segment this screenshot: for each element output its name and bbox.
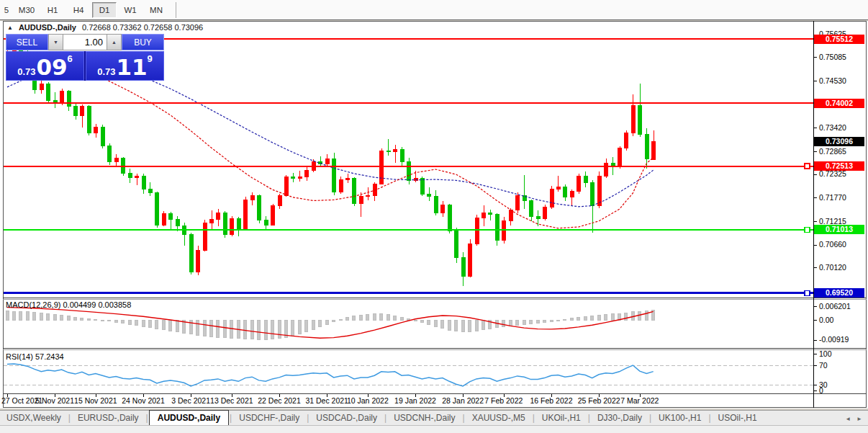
chart-tab-audusd-daily[interactable]: AUDUSD-,Daily [149, 410, 229, 425]
rsi-axis-label: 100 [819, 349, 832, 358]
status-bar [0, 425, 868, 433]
candle-body [591, 183, 595, 206]
price-axis-tick-label: 0.75085 [819, 53, 846, 61]
macd-histogram-bar [359, 315, 362, 320]
mt4-window: 5M30H1H4D1W1MN MACD(12,26,9) 0.004499 0.… [0, 0, 868, 433]
buy-button[interactable]: BUY [122, 34, 164, 50]
date-axis-label: 16 Feb 2022 [530, 396, 573, 405]
chart-tab-usoil-h1[interactable]: USOil-,H1 [712, 411, 764, 425]
macd-histogram-bar [333, 320, 335, 321]
candle-body [597, 176, 601, 205]
macd-histogram-bar [19, 311, 22, 320]
candle-body [230, 218, 234, 234]
candle-body [495, 214, 499, 240]
chart-tab-usdcad-daily[interactable]: USDCAD-,Daily [309, 411, 384, 425]
candle-body [530, 201, 533, 217]
macd-histogram-bar [94, 319, 97, 320]
period-button-W1[interactable]: W1 [118, 2, 143, 18]
macd-histogram-bar [414, 320, 417, 321]
buy-price-big: 11 [116, 56, 147, 78]
chart-tab-uk100-h1[interactable]: UK100-,H1 [652, 411, 707, 425]
sell-price-display[interactable]: 0.73096 [6, 51, 84, 81]
macd-histogram-bar [291, 320, 294, 336]
chart-tab-ukoil-h1[interactable]: UKOil-,H1 [535, 411, 587, 425]
sell-button[interactable]: SELL [6, 34, 48, 50]
macd-histogram-bar [47, 313, 50, 320]
macd-histogram-bar [353, 316, 356, 320]
macd-histogram-bar [87, 319, 90, 321]
candle-body [291, 177, 295, 179]
rsi-label: RSI(14) 57.2434 [6, 352, 64, 361]
macd-histogram-bar [373, 314, 376, 320]
period-button-MN[interactable]: MN [144, 2, 168, 18]
tab-scroll-left-icon[interactable]: ◄ [845, 416, 851, 422]
volume-increase-button[interactable]: ▲ [107, 34, 122, 50]
macd-histogram-bar [380, 314, 383, 320]
period-button-H1[interactable]: H1 [40, 2, 65, 18]
macd-histogram-bar [26, 312, 29, 320]
price-axis-tick-label: 0.74530 [819, 76, 846, 85]
hline-handle-0.72513[interactable] [805, 164, 810, 169]
macd-histogram-bar [346, 318, 349, 320]
candle-body [407, 161, 411, 180]
candle-body [298, 177, 302, 179]
tab-scroll-right-icon[interactable]: ► [856, 416, 862, 422]
macd-histogram-bar [217, 320, 220, 337]
macd-histogram-bar [570, 318, 573, 320]
chart-tab-dj30-daily[interactable]: DJ30-,Daily [591, 411, 648, 425]
period-button-5[interactable]: 5 [0, 2, 13, 18]
candle-body [441, 205, 445, 213]
candle-body [570, 192, 574, 197]
candle-body [638, 105, 642, 134]
macd-histogram-bar [12, 311, 15, 320]
candle-body [420, 179, 424, 194]
macd-histogram-bar [169, 320, 172, 331]
macd-histogram-bar [189, 320, 192, 334]
toolbar-separator [176, 2, 176, 18]
candle-body [67, 91, 71, 107]
macd-histogram-bar [155, 320, 158, 329]
buy-price-display[interactable]: 0.73119 [86, 51, 164, 81]
chart-tab-eurusd-daily[interactable]: EURUSD-,Daily [71, 411, 145, 425]
price-axis-tick-label: 0.70660 [819, 240, 846, 249]
macd-histogram-bar [523, 320, 525, 325]
price-tag-0.75512: 0.75512 [826, 35, 853, 43]
chart-ohlc-values: 0.72668 0.73362 0.72658 0.73096 [82, 23, 203, 32]
hline-handle-0.69520[interactable] [805, 290, 810, 295]
chart-tab-xauusd-m5[interactable]: XAUUSD-,M5 [466, 411, 532, 425]
date-axis-label: 13 Dec 2021 [210, 396, 253, 405]
volume-input[interactable]: 1.00 [63, 34, 107, 50]
period-button-M30[interactable]: M30 [14, 2, 39, 18]
candle-body [101, 127, 104, 146]
buy-price-prefix: 0.73 [97, 66, 115, 78]
period-button-H4[interactable]: H4 [66, 2, 91, 18]
candle-body [346, 179, 350, 179]
chart-tab-usdchf-daily[interactable]: USDCHF-,Daily [232, 411, 306, 425]
macd-axis-label: 0.006201 [819, 302, 851, 311]
period-button-D1[interactable]: D1 [92, 2, 117, 18]
candle-body [47, 84, 50, 101]
candle-body [428, 194, 431, 197]
sell-price-big: 09 [36, 56, 67, 78]
macd-histogram-bar [33, 312, 36, 320]
macd-histogram-bar [591, 316, 594, 320]
candle-body [264, 220, 268, 226]
hline-handle-0.71013[interactable] [805, 227, 810, 232]
macd-histogram-bar [394, 316, 397, 320]
candle-body [271, 206, 275, 226]
chart-tab-usdcnh-daily[interactable]: USDCNH-,Daily [387, 411, 461, 425]
macd-histogram-bar [258, 320, 261, 339]
date-axis-label: 15 Nov 2021 [74, 396, 117, 405]
chart-tab-usdx-weekly[interactable]: USDX,Weekly [0, 411, 68, 425]
macd-histogram-bar [434, 320, 437, 326]
candle-body [258, 195, 261, 220]
macd-histogram-bar [407, 319, 410, 320]
candle-body [142, 176, 145, 189]
macd-histogram-bar [448, 320, 451, 330]
macd-histogram-bar [530, 320, 533, 324]
macd-histogram-bar [305, 320, 308, 332]
collapse-icon[interactable]: ▲ [7, 24, 13, 31]
candle-body [584, 176, 587, 182]
macd-histogram-bar [339, 319, 342, 320]
volume-decrease-button[interactable]: ▼ [48, 34, 63, 50]
